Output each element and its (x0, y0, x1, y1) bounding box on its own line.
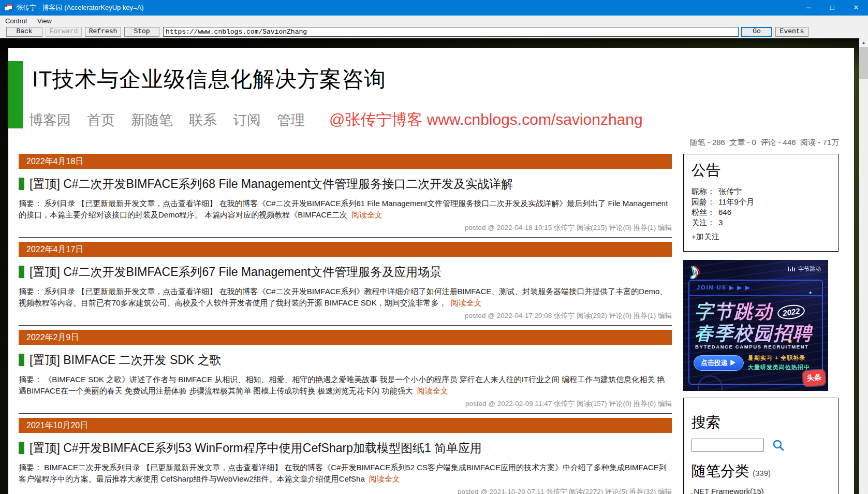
post-bullet-icon (19, 354, 24, 366)
ad-promo-line1: 暑期实习 + 全职补录 (748, 354, 810, 362)
titlebar: 张传宁 - 博客园 (AcceleratorKeyUp key=A) ─ □ ✕ (0, 0, 868, 16)
blog-handle: @张传宁博客 www.cnblogs.com/savionzhang (329, 109, 643, 130)
blog-nav: 博客园 首页 新随笔 联系 订阅 管理 @张传宁博客 www.cnblogs.c… (29, 109, 643, 130)
read-more-link[interactable]: 阅读全文 (351, 210, 382, 219)
post-title-link[interactable]: [置顶] BIMFACE 二次开发 SDK 之歌 (19, 352, 672, 368)
header-accent-bar (8, 61, 23, 128)
post-bullet-icon (19, 442, 24, 454)
post-bullet-icon (19, 178, 24, 190)
toolbar: Back Forward Refresh Stop Go Events (0, 26, 868, 38)
menu-control[interactable]: Control (0, 16, 32, 26)
post-list: 2022年4月18日 [置顶] C#二次开发BIMFACE系列68 File M… (19, 154, 672, 494)
announcement-following: 关注：3 (692, 217, 830, 228)
categories-count: (339) (753, 469, 771, 477)
post-separator (19, 237, 672, 238)
search-input[interactable] (692, 439, 764, 452)
post-entry: 2022年4月18日 [置顶] C#二次开发BIMFACE系列68 File M… (19, 154, 672, 238)
announcement-nickname: 昵称：张传宁 (692, 186, 830, 197)
category-link[interactable]: .NET Framework(15) (692, 486, 830, 494)
bytedance-ad-banner[interactable]: ♪ 字节跳动 JOIN US ▶ ▶ ▶ 字节跳动 2022 春季校园招聘 BY… (683, 260, 828, 391)
app-window: 张传宁 - 博客园 (AcceleratorKeyUp key=A) ─ □ ✕… (0, 0, 868, 494)
categories-title: 随笔分类(339) (692, 461, 830, 481)
close-icon[interactable]: ✕ (844, 0, 868, 16)
post-bullet-icon (19, 266, 24, 278)
scrollbar-thumb[interactable] (859, 47, 868, 79)
nav-contact[interactable]: 联系 (189, 111, 217, 129)
events-button[interactable]: Events (775, 27, 808, 37)
post-date-banner: 2022年4月17日 (19, 242, 672, 257)
post-footer[interactable]: posted @ 2021-10-20 07:11 张传宁 阅读(2272) 评… (19, 488, 672, 494)
ad-join-us: JOIN US ▶ ▶ ▶ (697, 284, 751, 291)
post-date-banner: 2021年10月20日 (19, 418, 672, 433)
post-entry: 2022年2月9日 [置顶] BIMFACE 二次开发 SDK 之歌 摘要： 《… (19, 330, 672, 414)
post-footer[interactable]: posted @ 2022-04-17 20:08 张传宁 阅读(292) 评论… (19, 312, 672, 320)
app-icon (4, 4, 12, 12)
post-footer[interactable]: posted @ 2022-04-18 10:15 张传宁 阅读(215) 评论… (19, 224, 672, 232)
star-icon: ★ (787, 338, 793, 345)
forward-button[interactable]: Forward (46, 27, 82, 37)
post-entry: 2022年4月17日 [置顶] C#二次开发BIMFACE系列67 File M… (19, 242, 672, 326)
toutiao-badge: 头条 (803, 370, 826, 387)
post-summary: 摘要： 系列目录 【已更新最新开发文章，点击查看详细】 在我的博客《C#二次开发… (19, 286, 672, 309)
ad-logo-caption: 字节跳动 (798, 265, 821, 273)
go-button[interactable]: Go (741, 27, 772, 37)
nav-subscribe[interactable]: 订阅 (233, 111, 261, 129)
refresh-button[interactable]: Refresh (85, 27, 121, 37)
post-date-banner: 2022年4月18日 (19, 154, 672, 169)
announcement-followers: 粉丝：646 (692, 207, 830, 217)
vertical-scrollbar[interactable]: ▲ (859, 38, 868, 494)
ad-year-badge: 2022 (776, 303, 806, 321)
blog-page: IT技术与企业级信息化解决方案咨询 博客园 首页 新随笔 联系 订阅 管理 @张… (8, 48, 854, 494)
sidebar: 公告 昵称：张传宁 园龄：11年9个月 粉丝：646 关注：3 +加关注 (683, 154, 838, 494)
browser-viewport: IT技术与企业级信息化解决方案咨询 博客园 首页 新随笔 联系 订阅 管理 @张… (0, 38, 868, 494)
read-more-link[interactable]: 阅读全文 (369, 474, 400, 483)
menubar: Control View (0, 16, 868, 26)
ad-divider (689, 295, 822, 296)
nav-new-post[interactable]: 新随笔 (131, 111, 173, 129)
search-title: 搜索 (692, 413, 830, 432)
announcement-age: 园龄：11年9个月 (692, 197, 830, 207)
blog-title: IT技术与企业级信息化解决方案咨询 (32, 65, 386, 94)
nav-manage[interactable]: 管理 (277, 111, 305, 129)
post-title-link[interactable]: [置顶] C#开发BIMFACE系列53 WinForm程序中使用CefShar… (19, 440, 672, 456)
window-title: 张传宁 - 博客园 (AcceleratorKeyUp key=A) (16, 3, 144, 12)
post-separator (19, 413, 672, 414)
announcement-box: 公告 昵称：张传宁 园龄：11年9个月 粉丝：646 关注：3 +加关注 (683, 154, 838, 252)
nav-home[interactable]: 首页 (87, 111, 115, 129)
post-summary: 摘要： BIMFACE二次开发系列目录 【已更新最新开发文章，点击查看详细】 在… (19, 462, 672, 485)
post-separator (19, 325, 672, 326)
nav-cnblogs[interactable]: 博客园 (29, 111, 71, 129)
scroll-up-icon[interactable]: ▲ (859, 38, 868, 47)
post-summary: 摘要： 系列目录 【已更新最新开发文章，点击查看详细】 在我的博客《C#二次开发… (19, 198, 672, 221)
read-more-link[interactable]: 阅读全文 (417, 386, 448, 395)
follow-link[interactable]: +加关注 (692, 232, 830, 242)
maximize-icon[interactable]: □ (820, 0, 844, 16)
read-more-link[interactable]: 阅读全文 (451, 298, 482, 307)
back-button[interactable]: Back (6, 27, 42, 37)
ad-apply-button[interactable]: 点击投递 ▶ (694, 355, 744, 371)
url-input[interactable] (163, 27, 739, 37)
stop-button[interactable]: Stop (124, 27, 159, 37)
ad-promo-line2: 大量研发类岗位热招中 (748, 364, 810, 371)
post-title-link[interactable]: [置顶] C#二次开发BIMFACE系列68 File Management文件… (19, 176, 672, 192)
post-summary: 摘要： 《BIMFACE SDK 之歌》讲述了作者与 BIMFACE 从相识、相… (19, 374, 672, 397)
post-date-banner: 2022年2月9日 (19, 330, 672, 345)
minimize-icon[interactable]: ─ (797, 0, 820, 16)
post-entry: 2021年10月20日 [置顶] C#开发BIMFACE系列53 WinForm… (19, 418, 672, 494)
post-footer[interactable]: posted @ 2022-02-09 11:47 张传宁 阅读(157) 评论… (19, 400, 672, 408)
search-icon[interactable] (772, 439, 785, 452)
blog-stats: 随笔 - 286 文章 - 0 评论 - 446 阅读 - 71万 (690, 138, 839, 148)
search-box: 搜索 随笔分类(339) .NET (683, 398, 838, 494)
menu-view[interactable]: View (32, 16, 57, 26)
ad-headline: 春季校园招聘 (695, 321, 813, 346)
post-title-link[interactable]: [置顶] C#二次开发BIMFACE系列67 File Management文件… (19, 264, 672, 280)
announcement-title: 公告 (692, 161, 830, 180)
categories-list: .NET Framework(15) .NET Standard(10) (692, 486, 830, 494)
bytedance-logo-icon: 字节跳动 (788, 265, 821, 273)
sparkle-icon: ✦ (808, 290, 813, 296)
